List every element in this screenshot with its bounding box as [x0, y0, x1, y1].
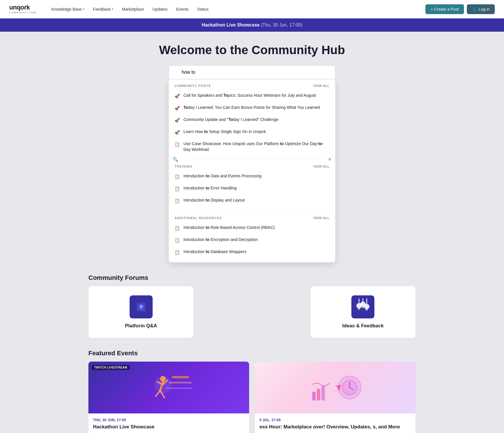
logo-link[interactable]: unqork COMMUNITY HUB	[9, 4, 37, 14]
divider	[169, 159, 335, 159]
svg-rect-10	[362, 307, 364, 308]
announcement-bar[interactable]: Hackathon Live Showcase (Thu, 30 Jun, 17…	[0, 18, 504, 32]
rocket-icon: 🚀	[175, 105, 180, 111]
nav-item-knowledge-base[interactable]: Knowledge Base ▾	[48, 5, 88, 14]
document-icon: 📋	[175, 174, 180, 180]
search-wrapper: 🔍 ✕ COMMUNITY POSTS VIEW ALL 🚀 Call for …	[168, 65, 336, 263]
event-date-hackathon: THU, 30 JUN, 17:00	[93, 418, 245, 422]
rocket-icon: 🚀	[175, 129, 180, 135]
list-item[interactable]: 🚀 Call for Speakers and Topics: Success …	[169, 90, 335, 102]
page-title: Welcome to the Community Hub	[88, 43, 416, 57]
divider	[169, 210, 335, 210]
forum-card-title-ideas-feedback: Ideas & Feedback	[342, 323, 384, 329]
platform-qa-icon: ?	[130, 295, 153, 318]
forum-card-platform-qa[interactable]: ? Platform Q&A	[88, 286, 194, 338]
svg-text:?: ?	[140, 305, 142, 309]
svg-rect-27	[317, 389, 320, 400]
forums-grid: ? Platform Q&A	[88, 286, 416, 338]
list-item[interactable]: 📋 Introduction to Role-Based Access Cont…	[169, 222, 335, 234]
list-item[interactable]: 🚀 Today I Learned: You Can Earn Bonus Po…	[169, 102, 335, 114]
document-icon: 📋	[175, 249, 180, 255]
rocket-icon: 🚀	[175, 93, 180, 99]
event-title-hackathon: Hackathon Live Showcase	[93, 424, 245, 430]
list-item[interactable]: 📋 Introduction to Data and Events Proces…	[169, 170, 335, 183]
list-item[interactable]: 📋 Introduction to Error Handling	[169, 183, 335, 195]
svg-point-8	[364, 304, 370, 309]
featured-events-section: Featured Events TWITCH LIVESTREAM	[88, 350, 416, 433]
forum-card-placeholder	[199, 286, 304, 338]
rocket-icon: 🚀	[175, 117, 180, 123]
chevron-down-icon: ▾	[112, 7, 113, 11]
twitch-badge: TWITCH LIVESTREAM	[92, 365, 130, 370]
list-item[interactable]: 🚀 Community Update and "Today I Learned"…	[169, 114, 335, 126]
document-icon: 📋	[175, 198, 180, 204]
search-dropdown: COMMUNITY POSTS VIEW ALL 🚀 Call for Spea…	[168, 79, 336, 263]
logo-text: unqork	[9, 4, 37, 11]
create-post-button[interactable]: + Create a Post	[425, 4, 464, 14]
svg-rect-15	[166, 388, 192, 389]
community-posts-header: COMMUNITY POSTS VIEW ALL	[169, 84, 335, 90]
search-icon: 🔍	[173, 157, 178, 162]
nav-item-feedback[interactable]: Feedback ▾	[90, 5, 117, 14]
list-item[interactable]: 📋 Use Case Showcase: How Unqork uses Our…	[169, 138, 335, 155]
svg-rect-26	[312, 392, 316, 400]
main-content: Welcome to the Community Hub 🔍 ✕ COMMUNI…	[79, 32, 425, 433]
training-header: TRAINING VIEW ALL	[169, 165, 335, 170]
chevron-down-icon: ▾	[83, 7, 84, 11]
list-item[interactable]: 📋 Introduction to Database Wrappers	[169, 246, 335, 260]
featured-events-title: Featured Events	[88, 350, 416, 357]
user-icon: 👤	[472, 7, 477, 12]
navbar: unqork COMMUNITY HUB Knowledge Base ▾ Fe…	[0, 0, 504, 18]
document-icon: 📋	[175, 237, 180, 243]
additional-resources-header: ADDITIONAL RESOURCES VIEW ALL	[169, 216, 335, 222]
nav-item-status[interactable]: Status	[194, 5, 212, 14]
svg-rect-11	[366, 309, 368, 310]
event-card-marketplace[interactable]: 5 JUL, 17:00 ess Hour: Marketplace over!…	[255, 362, 416, 433]
event-card-hackathon[interactable]: TWITCH LIVESTREAM	[88, 362, 249, 433]
additional-resources-view-all[interactable]: VIEW ALL	[313, 216, 329, 220]
document-icon: 📋	[175, 186, 180, 192]
event-thumbnail-marketplace	[255, 362, 416, 413]
close-icon[interactable]: ✕	[328, 157, 331, 162]
search-input[interactable]	[168, 65, 336, 79]
nav-item-updates[interactable]: Updates	[149, 5, 171, 14]
list-item[interactable]: 📋 Introduction to Encryption and Decrypt…	[169, 234, 335, 246]
nav-item-marketplace[interactable]: Marketplace	[118, 5, 147, 14]
announcement-event-name: Hackathon Live Showcase	[202, 22, 259, 27]
event-date-marketplace: 5 JUL, 17:00	[259, 418, 411, 422]
community-posts-section: COMMUNITY POSTS VIEW ALL 🚀 Call for Spea…	[169, 79, 335, 157]
document-icon: 📋	[175, 141, 180, 147]
svg-point-16	[160, 376, 166, 382]
login-button[interactable]: 👤 Log in	[467, 4, 495, 14]
announcement-event-time-value: (Thu, 30 Jun, 17:00)	[261, 22, 302, 27]
nav-links: Knowledge Base ▾ Feedback ▾ Marketplace …	[48, 5, 425, 14]
list-item[interactable]: 📋 Introduction to Display and Layout	[169, 195, 335, 207]
forum-card-ideas-feedback[interactable]: Ideas & Feedback	[310, 286, 416, 338]
document-icon: 📋	[175, 225, 180, 231]
forum-card-title-platform-qa: Platform Q&A	[125, 323, 157, 329]
svg-rect-28	[321, 386, 325, 400]
logo-sub: COMMUNITY HUB	[9, 11, 37, 14]
svg-rect-13	[172, 376, 189, 378]
nav-item-events[interactable]: Events	[173, 5, 192, 14]
event-card-body-marketplace: 5 JUL, 17:00 ess Hour: Marketplace over!…	[255, 413, 416, 433]
community-posts-view-all[interactable]: VIEW ALL	[313, 84, 329, 88]
svg-rect-14	[169, 382, 192, 383]
event-title-marketplace: ess Hour: Marketplace over! Overview, Up…	[259, 424, 411, 430]
ideas-feedback-icon	[351, 295, 374, 318]
training-label: TRAINING	[175, 165, 193, 168]
event-card-body-hackathon: THU, 30 JUN, 17:00 Hackathon Live Showca…	[88, 413, 249, 433]
nav-actions: + Create a Post 👤 Log in	[425, 4, 495, 14]
list-item[interactable]: 🚀 Learn How to Setup Single Sign On in U…	[169, 126, 335, 138]
event-thumbnail-hackathon: TWITCH LIVESTREAM	[88, 362, 249, 413]
additional-resources-label: ADDITIONAL RESOURCES	[175, 216, 222, 220]
community-posts-label: COMMUNITY POSTS	[175, 84, 211, 88]
community-forums-section: Community Forums ? Platform Q&A	[88, 274, 416, 338]
events-grid: TWITCH LIVESTREAM	[88, 362, 416, 433]
svg-rect-9	[358, 309, 360, 310]
community-forums-title: Community Forums	[88, 274, 416, 282]
additional-resources-section: ADDITIONAL RESOURCES VIEW ALL 📋 Introduc…	[169, 212, 335, 262]
training-section: TRAINING VIEW ALL 📋 Introduction to Data…	[169, 160, 335, 209]
training-view-all[interactable]: VIEW ALL	[313, 165, 329, 168]
